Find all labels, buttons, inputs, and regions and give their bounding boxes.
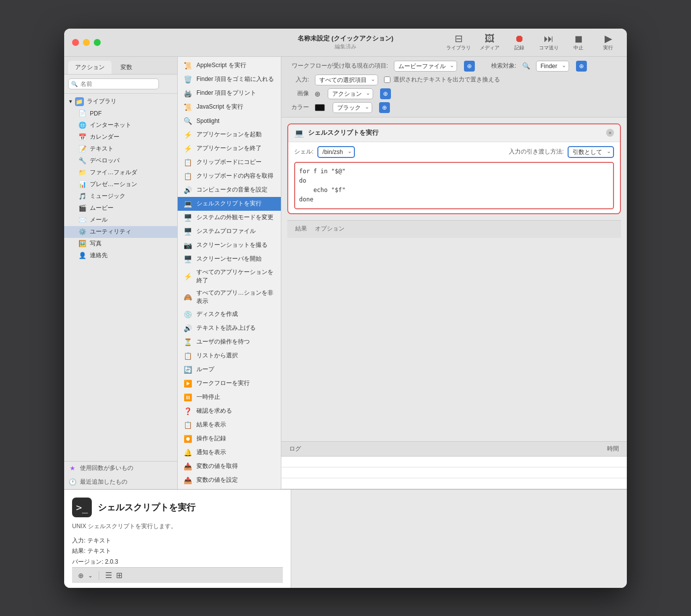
color-select[interactable]: ブラック xyxy=(333,102,372,113)
action-read-text[interactable]: 🔊 テキストを読み上げる xyxy=(178,321,281,335)
action-loop[interactable]: 🔄 ループ xyxy=(178,363,281,377)
action-create-disk[interactable]: 💿 ディスクを作成 xyxy=(178,308,281,321)
sidebar-item-pdf[interactable]: 📄 PDF xyxy=(64,108,177,119)
sidebar-item-mail[interactable]: ✉️ メール xyxy=(64,214,177,226)
action-trash[interactable]: 🗑️ Finder 項目をゴミ箱に入れる xyxy=(178,73,281,86)
tab-actions[interactable]: アクション xyxy=(68,61,112,74)
action-confirm[interactable]: ❓ 確認を求める xyxy=(178,404,281,418)
input-method-select[interactable]: 引数として xyxy=(568,146,614,158)
library-button[interactable]: ⊟ ライブラリ xyxy=(446,34,471,51)
card-close-button[interactable]: × xyxy=(606,129,614,137)
action-set-var[interactable]: 📤 変数の値を設定 xyxy=(178,473,281,487)
minimize-button[interactable] xyxy=(83,39,90,46)
sidebar-item-contacts[interactable]: 👤 連絡先 xyxy=(64,250,177,262)
action-applescript[interactable]: 📜 AppleScript を実行 xyxy=(178,59,281,73)
stop-button[interactable]: ◼ 中止 xyxy=(568,34,589,51)
target-chevron[interactable]: ⊕ xyxy=(576,61,587,72)
get-var-icon: 📥 xyxy=(183,462,192,471)
action-screenshot[interactable]: 📷 スクリーンショットを撮る xyxy=(178,238,281,252)
tab-result[interactable]: 結果 xyxy=(295,225,307,234)
action-shell-script[interactable]: 💻 シェルスクリプトを実行 xyxy=(178,197,281,211)
close-button[interactable] xyxy=(72,39,79,46)
sidebar-bottom: ★ 使用回数が多いもの 🕐 最近追加したもの xyxy=(64,461,177,489)
action-javascript[interactable]: 📜 JavaScript を実行 xyxy=(178,100,281,114)
list-view-button[interactable]: ☰ xyxy=(105,571,112,580)
wf-input2-row: 入力: すべての選択項目 選択されたテキストを出力で置き換える xyxy=(289,75,619,85)
wf-image-row: 画像 ◎ アクション ⊕ xyxy=(289,88,619,99)
image-select[interactable]: アクション xyxy=(328,88,373,99)
photos-icon: 🖼️ xyxy=(78,239,87,248)
add-button[interactable]: ⊕ xyxy=(78,572,84,579)
color-chevron[interactable]: ⊕ xyxy=(379,102,390,113)
action-hide-all[interactable]: 🙈 すべてのアプリ…ションを非表示 xyxy=(178,287,281,308)
sidebar-item-utilities[interactable]: ⚙️ ユーティリティ xyxy=(64,226,177,238)
action-show-notify[interactable]: 🔔 通知を表示 xyxy=(178,446,281,460)
action-clipboard-copy[interactable]: 📋 クリップボードにコピー xyxy=(178,155,281,169)
toolbar-controls: ⊟ ライブラリ 🖼 メディア ⏺ 記録 ⏭ コマ送り ◼ 中止 ▶ 実行 xyxy=(446,34,619,51)
sidebar-item-file-folder[interactable]: 📁 ファイ…フォルダ xyxy=(64,167,177,179)
grid-view-button[interactable]: ⊞ xyxy=(116,571,122,580)
action-run-workflow[interactable]: ▶️ ワークフローを実行 xyxy=(178,377,281,390)
action-wait-input[interactable]: ⏳ ユーザの操作を待つ xyxy=(178,335,281,349)
action-clipboard-get[interactable]: 📋 クリップボードの内容を取得 xyxy=(178,169,281,183)
screenshot-icon: 📷 xyxy=(183,240,192,250)
show-result-icon: 📋 xyxy=(183,420,192,430)
action-pause[interactable]: ⏸️ 一時停止 xyxy=(178,390,281,404)
run-button[interactable]: ▶ 実行 xyxy=(597,34,619,51)
action-screensaver[interactable]: 🖥️ スクリーンセーバを開始 xyxy=(178,252,281,266)
sidebar-item-movie[interactable]: 🎬 ムービー xyxy=(64,202,177,214)
recent-icon: 🕐 xyxy=(68,478,77,487)
shell-select[interactable]: /bin/zsh xyxy=(317,146,355,158)
action-select-list[interactable]: 📋 リストから選択 xyxy=(178,349,281,363)
action-appearance[interactable]: 🖥️ システムの外観モードを変更 xyxy=(178,211,281,225)
action-list: 📜 AppleScript を実行 🗑️ Finder 項目をゴミ箱に入れる 🖨… xyxy=(178,57,281,489)
media-button[interactable]: 🖼 メディア xyxy=(479,34,500,51)
action-system-profile[interactable]: 🖥️ システムプロファイル xyxy=(178,225,281,238)
step-button[interactable]: ⏭ コマ送り xyxy=(538,34,560,51)
sidebar-item-internet[interactable]: 🌐 インターネット xyxy=(64,119,177,131)
library-group-header[interactable]: ▼ 📁 ライブラリ xyxy=(64,96,177,108)
color-swatch xyxy=(315,104,325,111)
tab-options[interactable]: オプション xyxy=(315,225,345,234)
calendar-icon: 📅 xyxy=(78,133,87,142)
action-spotlight[interactable]: 🔍 Spotlight xyxy=(178,114,281,128)
image-chevron[interactable]: ⊕ xyxy=(380,88,391,99)
record-button[interactable]: ⏺ 記録 xyxy=(508,34,530,51)
sidebar-item-photos[interactable]: 🖼️ 写真 xyxy=(64,238,177,250)
color-label: カラー xyxy=(289,103,309,112)
action-volume[interactable]: 🔊 コンピュータの音量を設定 xyxy=(178,183,281,197)
input-type-select[interactable]: ムービーファイル xyxy=(394,61,457,72)
sidebar-item-text[interactable]: 📝 テキスト xyxy=(64,143,177,155)
sidebar-item-recent[interactable]: 🕐 最近追加したもの xyxy=(64,475,177,489)
sidebar-item-calendar[interactable]: 📅 カレンダー xyxy=(64,131,177,143)
card-header: 💻 シェルスクリプトを実行 × xyxy=(288,124,620,142)
action-quit-all[interactable]: ⚡ すべてのアプリケーションを終了 xyxy=(178,266,281,287)
log-header: ログ 時間 xyxy=(281,442,627,457)
code-editor[interactable]: for f in "$@" do echo "$f" done xyxy=(294,162,614,210)
sidebar: アクション 変数 ▼ 📁 ライブラリ 📄 PDF 🌐 xyxy=(64,57,178,489)
input2-select[interactable]: すべての選択項目 xyxy=(315,75,378,85)
quit-all-icon: ⚡ xyxy=(183,271,192,281)
target-select[interactable]: Finder xyxy=(536,61,569,72)
action-record-op[interactable]: ⏺️ 操作を記録 xyxy=(178,432,281,446)
shell-select-wrapper: /bin/zsh xyxy=(317,146,355,158)
maximize-button[interactable] xyxy=(94,39,101,46)
sidebar-item-frequent[interactable]: ★ 使用回数が多いもの xyxy=(64,462,177,475)
search-input[interactable] xyxy=(68,78,159,89)
action-print[interactable]: 🖨️ Finder 項目をプリント xyxy=(178,86,281,100)
input-type-chevron[interactable]: ⊕ xyxy=(464,61,475,72)
bottom-info-desc: UNIX シェルスクリプトを実行します。 xyxy=(72,522,283,531)
action-show-result[interactable]: 📋 結果を表示 xyxy=(178,418,281,432)
action-quit-app[interactable]: ⚡ アプリケーションを終了 xyxy=(178,142,281,155)
sidebar-item-music[interactable]: 🎵 ミュージック xyxy=(64,191,177,202)
tab-variables[interactable]: 変数 xyxy=(114,61,139,74)
replace-text-checkbox[interactable] xyxy=(384,77,390,83)
action-get-var[interactable]: 📥 変数の値を取得 xyxy=(178,460,281,473)
result-meta-row: 結果: テキスト xyxy=(72,546,283,557)
chevron-down-button[interactable]: ⌄ xyxy=(88,572,93,579)
action-launch-app[interactable]: ⚡ アプリケーションを起動 xyxy=(178,128,281,142)
library-label: ライブラリ xyxy=(87,97,116,106)
sidebar-item-developer[interactable]: 🔧 デベロッパ xyxy=(64,155,177,167)
sidebar-item-presentation[interactable]: 📊 プレゼ…ーション xyxy=(64,179,177,191)
clipboard-copy-icon: 📋 xyxy=(183,157,192,167)
